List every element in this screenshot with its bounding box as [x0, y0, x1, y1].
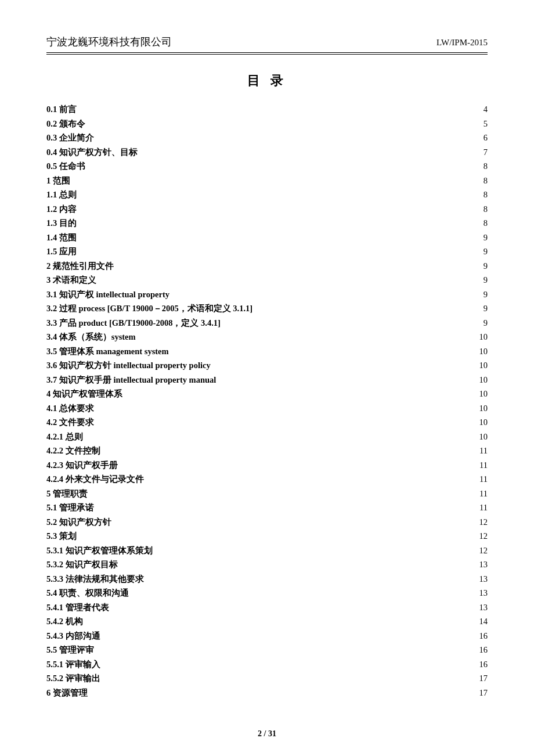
toc-row: 1 范围8: [46, 174, 488, 188]
toc-page: 12: [479, 546, 488, 555]
toc-page: 9: [484, 304, 488, 313]
toc-label: 3.4 体系（系统）system: [46, 333, 136, 341]
toc-page: 12: [479, 518, 488, 527]
toc-row: 5.3.2 知识产权目标13: [46, 557, 488, 572]
toc-page: 8: [484, 162, 488, 171]
toc-page: 10: [479, 433, 488, 441]
toc-row: 1.3 目的8: [46, 216, 488, 231]
toc-row: 0.5 任命书8: [46, 159, 488, 174]
toc-row: 5.5.2 评审输出17: [46, 671, 488, 686]
toc-label: 3.2 过程 process [GB/T 19000－2005，术语和定义 3.…: [46, 304, 252, 313]
toc-page: 10: [479, 418, 488, 427]
toc-page: 10: [479, 361, 488, 370]
toc-row: 3.2 过程 process [GB/T 19000－2005，术语和定义 3.…: [46, 301, 488, 316]
toc-row: 1.5 应用9: [46, 244, 488, 259]
toc-row: 2 规范性引用文件9: [46, 259, 488, 273]
toc-row: 5.2 知识产权方针12: [46, 515, 488, 530]
toc-label: 4.2.3 知识产权手册: [46, 461, 118, 470]
toc-label: 1.4 范围: [46, 233, 77, 242]
toc-page: 10: [479, 333, 488, 341]
toc-row: 5.4.1 管理者代表13: [46, 600, 488, 615]
toc-label: 3.3 产品 product [GB/T19000-2008，定义 3.4.1]: [46, 319, 221, 327]
toc-label: 0.2 颁布令: [46, 120, 85, 128]
toc-row: 3 术语和定义9: [46, 273, 488, 287]
toc-page: 9: [484, 290, 488, 299]
toc-page: 13: [479, 603, 488, 612]
toc-row: 5.4.2 机构14: [46, 614, 488, 629]
toc-label: 5.1 管理承诺: [46, 503, 94, 512]
toc-label: 5.4.2 机构: [46, 617, 83, 626]
toc-page: 9: [484, 247, 488, 256]
toc-row: 5.5.1 评审输入16: [46, 657, 488, 672]
toc-label: 0.1 前言: [46, 105, 77, 114]
toc-label: 3 术语和定义: [46, 276, 96, 285]
toc-row: 5.3.1 知识产权管理体系策划12: [46, 543, 488, 558]
toc-list: 0.1 前言40.2 颁布令50.3 企业简介60.4 知识产权方针、目标70.…: [46, 102, 488, 700]
toc-label: 3.1 知识产权 intellectual property: [46, 290, 169, 299]
page-footer: 2 / 31: [0, 729, 534, 739]
toc-label: 5.5 管理评审: [46, 646, 94, 654]
toc-label: 1.1 总则: [46, 190, 77, 199]
toc-label: 3.7 知识产权手册 intellectual property manual: [46, 376, 216, 384]
toc-page: 16: [479, 646, 488, 654]
document-page: 宁波龙巍环境科技有限公司 LW/IPM-2015 目 录 0.1 前言40.2 …: [0, 0, 534, 756]
toc-row: 1.4 范围9: [46, 231, 488, 245]
toc-page: 9: [484, 276, 488, 285]
toc-row: 3.3 产品 product [GB/T19000-2008，定义 3.4.1]…: [46, 316, 488, 330]
toc-page: 16: [479, 660, 488, 669]
toc-page: 7: [484, 148, 488, 157]
toc-page: 5: [484, 120, 488, 128]
toc-page: 13: [479, 589, 488, 597]
header-rule: [46, 52, 488, 55]
toc-label: 2 规范性引用文件: [46, 262, 114, 271]
toc-page: 8: [484, 219, 488, 228]
toc-page: 11: [479, 489, 488, 498]
toc-label: 5.3.1 知识产权管理体系策划: [46, 546, 153, 555]
toc-label: 5.3.3 法律法规和其他要求: [46, 575, 144, 584]
toc-page: 13: [479, 560, 488, 569]
toc-label: 4.2.4 外来文件与记录文件: [46, 475, 144, 484]
page-header: 宁波龙巍环境科技有限公司 LW/IPM-2015: [46, 35, 488, 51]
toc-page: 11: [479, 447, 488, 455]
toc-label: 6 资源管理: [46, 689, 88, 697]
toc-label: 1.5 应用: [46, 247, 77, 256]
toc-row: 1.2 内容8: [46, 202, 488, 217]
toc-page: 17: [479, 674, 488, 683]
toc-page: 9: [484, 319, 488, 327]
toc-label: 1.2 内容: [46, 205, 77, 214]
toc-label: 0.3 企业简介: [46, 134, 94, 142]
toc-page: 8: [484, 190, 488, 199]
toc-row: 5.4 职责、权限和沟通13: [46, 586, 488, 600]
toc-row: 4.2.3 知识产权手册11: [46, 458, 488, 473]
toc-label: 5.3.2 知识产权目标: [46, 560, 118, 569]
toc-label: 4.2 文件要求: [46, 418, 94, 427]
toc-row: 0.2 颁布令5: [46, 117, 488, 131]
header-company: 宁波龙巍环境科技有限公司: [46, 35, 172, 49]
toc-label: 4 知识产权管理体系: [46, 390, 122, 398]
toc-label: 4.1 总体要求: [46, 404, 94, 413]
toc-label: 4.2.1 总则: [46, 433, 83, 441]
toc-row: 0.1 前言4: [46, 102, 488, 117]
toc-label: 5 管理职责: [46, 489, 88, 498]
toc-row: 6 资源管理17: [46, 686, 488, 700]
toc-label: 5.3 策划: [46, 532, 77, 541]
toc-row: 5.3 策划12: [46, 529, 488, 543]
toc-page: 10: [479, 347, 488, 356]
toc-page: 4: [484, 105, 488, 114]
toc-row: 4 知识产权管理体系10: [46, 387, 488, 401]
toc-label: 0.4 知识产权方针、目标: [46, 148, 138, 157]
toc-label: 5.4.3 内部沟通: [46, 632, 100, 640]
toc-row: 4.2.4 外来文件与记录文件11: [46, 472, 488, 487]
toc-row: 5.3.3 法律法规和其他要求13: [46, 572, 488, 586]
toc-page: 11: [479, 503, 488, 512]
toc-label: 5.2 知识产权方针: [46, 518, 111, 527]
toc-page: 8: [484, 205, 488, 214]
toc-page: 11: [479, 461, 488, 470]
toc-page: 16: [479, 632, 488, 640]
toc-page: 17: [479, 689, 488, 697]
toc-page: 10: [479, 390, 488, 398]
toc-label: 1 范围: [46, 177, 70, 185]
toc-page: 11: [479, 475, 488, 484]
toc-label: 3.5 管理体系 management system: [46, 347, 169, 356]
header-docid: LW/IPM-2015: [436, 38, 488, 48]
